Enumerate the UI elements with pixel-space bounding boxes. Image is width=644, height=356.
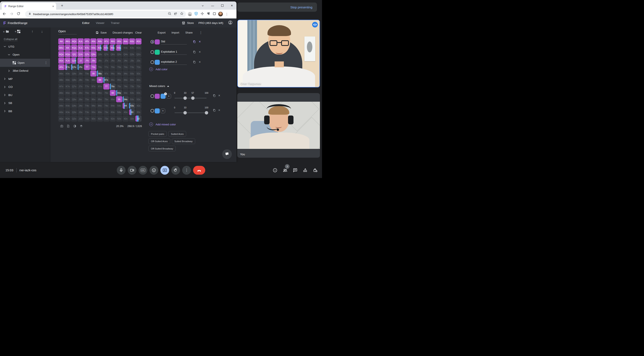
participants-button[interactable]: 3 [282,168,288,173]
grid-cell[interactable]: J9o [78,70,84,76]
slider-handle[interactable] [184,111,187,114]
grid-cell[interactable]: QJo [71,58,77,64]
grid-cell[interactable]: T8s [97,64,103,70]
chevron-right-icon[interactable] [3,110,6,112]
grid-cell[interactable]: AQo [58,51,64,57]
back-icon[interactable] [2,12,7,16]
color-name-input[interactable]: Exploitative 1 [161,50,177,53]
sidebar-position-item[interactable]: SB [0,99,50,107]
grid-cell[interactable]: T9s [90,64,96,70]
add-range-button[interactable]: + [15,30,20,33]
grid-cell[interactable]: A8s [97,38,103,44]
grid-cell[interactable]: 63o [110,109,116,115]
grid-cell[interactable]: ATs [84,38,90,44]
grid-cell[interactable]: AQs [71,38,77,44]
grid-cell[interactable]: 94o [90,103,96,109]
move-down-icon[interactable]: ↓ [41,30,43,34]
delete-mixed-icon[interactable]: × [218,94,221,98]
reload-icon[interactable] [16,12,22,16]
grid-cell[interactable]: 43o [123,109,129,115]
quick-select-button[interactable]: Suited Aces [168,131,186,137]
grid-cell[interactable]: T4o [84,103,90,109]
grid-cell[interactable]: K7s [103,45,110,51]
grid-cell[interactable]: 99 [90,70,96,76]
extension-sidebar-icon[interactable] [212,12,216,16]
zoom-out-indicator-icon[interactable] [168,12,172,16]
grid-cell[interactable]: JTs [84,58,90,64]
grid-cell[interactable]: KTo [65,64,71,70]
grid-cell[interactable]: T2o [84,116,90,122]
color-swatch[interactable] [155,50,160,55]
window-restore-down-icon[interactable] [201,4,204,7]
grid-cell[interactable]: K9o [65,70,71,76]
weight-slider-track[interactable] [175,112,206,113]
grid-cell[interactable]: 86s [110,77,116,83]
grid-cell[interactable]: K5s [116,45,122,51]
activities-button[interactable] [303,168,308,173]
grid-cell[interactable]: 93o [90,109,96,115]
chevron-right-icon[interactable] [3,102,6,104]
grid-cell[interactable]: 87s [103,77,110,83]
chat-button[interactable] [293,168,298,173]
grid-cell[interactable]: 97s [103,70,110,76]
grid-cell[interactable]: 73o [103,109,110,115]
grid-cell[interactable]: T5s [116,64,122,70]
range-name-input[interactable]: Open [58,30,77,34]
sidebar-position-item[interactable]: CO [0,83,50,91]
grid-cell[interactable]: J7o [78,84,84,90]
forward-icon[interactable] [9,12,14,16]
grid-cell[interactable]: 53o [116,109,122,115]
grid-cell[interactable]: 22 [136,116,142,122]
grid-cell[interactable]: 83o [97,109,103,115]
grid-cell[interactable]: 84s [123,77,129,83]
chevron-right-icon[interactable] [3,86,6,88]
grid-cell[interactable]: Q2s [136,51,142,57]
slider-handle[interactable] [205,111,208,114]
window-close-icon[interactable]: × [230,4,234,8]
grid-cell[interactable]: 94s [123,70,129,76]
delete-color-icon[interactable]: × [198,50,202,54]
grid-cell[interactable]: 54s [123,96,129,102]
browser-tab[interactable]: F Range Editor × [2,3,56,10]
grid-cell[interactable]: J6s [110,58,116,64]
grid-cell[interactable]: J6o [78,90,84,96]
grid-cell[interactable]: Q9o [71,70,77,76]
grid-cell[interactable]: KQo [65,51,71,57]
grid-cell[interactable]: 52o [116,116,122,122]
extensions-puzzle-icon[interactable] [206,12,210,16]
grid-cell[interactable]: QJs [78,51,84,57]
mic-button[interactable] [117,166,126,175]
grid-cell[interactable]: 42o [123,116,129,122]
chevron-right-icon[interactable] [3,77,6,80]
grid-cell[interactable]: 64o [110,103,116,109]
grid-cell[interactable]: 86o [97,90,103,96]
sidebar-position-item[interactable]: Open [0,51,50,59]
grid-cell[interactable]: 52s [136,96,142,102]
grid-cell[interactable]: K4o [65,103,71,109]
delete-color-icon[interactable]: × [198,40,202,44]
add-swatch-button[interactable]: + [160,108,165,113]
mixed-radio[interactable] [150,94,154,98]
camera-button[interactable] [128,166,136,175]
grid-cell[interactable]: Q7o [71,84,77,90]
grid-cell[interactable]: J3s [129,58,135,64]
account-icon[interactable] [228,20,233,26]
grid-cell[interactable]: K8s [97,45,103,51]
sidebar-position-item[interactable]: MP [0,75,50,83]
grid-cell[interactable]: 92o [90,116,96,122]
grid-cell[interactable]: Q5s [116,51,122,57]
grid-cell[interactable]: KTs [84,45,90,51]
grid-cell[interactable]: A5o [58,96,64,102]
grid-cell[interactable]: Q5o [71,96,77,102]
grid-cell[interactable]: A6o [58,90,64,96]
grid-cell[interactable]: A3o [58,109,64,115]
grid-cell[interactable]: 65s [116,90,122,96]
color-name-input[interactable]: Std [161,40,165,43]
grid-cell[interactable]: A9o [58,70,64,76]
grid-cell[interactable]: 98s [97,70,103,76]
url-bar[interactable]: freebetrange.com/en/ranges/editor/645b67… [25,11,186,18]
nav-editor[interactable]: Editor [82,22,90,24]
grid-cell[interactable]: 33 [129,109,135,115]
grid-cell[interactable]: A2o [58,116,64,122]
extension-move-icon[interactable] [200,12,204,16]
